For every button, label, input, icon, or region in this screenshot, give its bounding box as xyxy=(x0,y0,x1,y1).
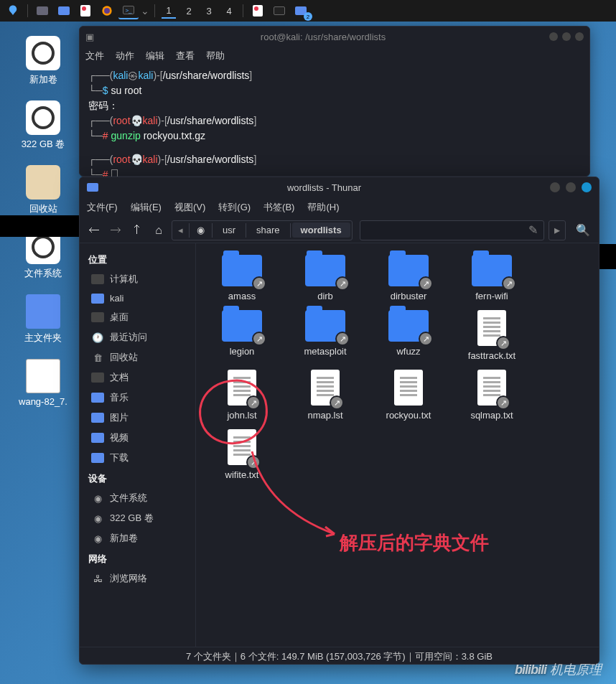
sidebar-item-download[interactable]: 下载 xyxy=(80,448,195,468)
path-bar: ◂ ◉ usr share wordlists xyxy=(172,220,353,240)
thunar-menu-bookmarks[interactable]: 书签(B) xyxy=(263,201,294,214)
taskbar-terminal-icon[interactable]: >_ xyxy=(118,2,139,19)
desktop-icon xyxy=(91,312,104,322)
terminal-max-button[interactable] xyxy=(562,32,571,41)
nav-up-button[interactable]: 🡑 xyxy=(129,222,146,239)
file-label: wfuzz xyxy=(377,346,440,357)
terminal-body[interactable]: ┌──(kali㉿kali)-[/usr/share/wordlists] └─… xyxy=(80,65,589,185)
terminal-menu-edit[interactable]: 编辑 xyxy=(146,50,164,62)
workspace-3[interactable]: 3 xyxy=(202,3,216,19)
workspace-4[interactable]: 4 xyxy=(222,3,236,19)
taskbar-running-terminal[interactable] xyxy=(269,2,289,19)
start-menu-icon[interactable] xyxy=(3,2,23,19)
sidebar-item-video[interactable]: 视频 xyxy=(80,428,195,448)
sidebar-item-music[interactable]: 音乐 xyxy=(80,388,195,408)
pics-icon xyxy=(91,413,104,423)
desktop-icon-home[interactable]: 主文件夹 xyxy=(14,294,72,345)
file-item-wfuzz[interactable]: ↗wfuzz xyxy=(377,310,440,361)
sidebar-item-label: 最近访问 xyxy=(110,331,147,344)
thunar-min-button[interactable] xyxy=(550,182,560,192)
file-item-nmap-lst[interactable]: ↗nmap.lst xyxy=(294,370,357,421)
taskbar-firefox-icon[interactable] xyxy=(97,2,117,19)
taskbar-running-1[interactable] xyxy=(248,2,268,19)
taskbar-app-3[interactable] xyxy=(75,2,95,19)
terminal-min-button[interactable] xyxy=(549,32,558,41)
path-root-icon[interactable]: ◉ xyxy=(191,222,210,238)
path-input[interactable]: ✎ xyxy=(360,220,544,240)
thunar-menu-help[interactable]: 帮助(H) xyxy=(307,201,339,214)
sidebar-item-desktop[interactable]: 桌面 xyxy=(80,307,195,327)
file-item-rockyou-txt[interactable]: rockyou.txt xyxy=(377,370,440,421)
thunar-menu-view[interactable]: 视图(V) xyxy=(174,201,205,214)
path-seg-usr[interactable]: usr xyxy=(214,222,244,238)
home-icon xyxy=(91,294,104,304)
path-back-chevron[interactable]: ◂ xyxy=(174,222,187,238)
sidebar-item-disk[interactable]: ◉新加卷 xyxy=(80,528,195,548)
sidebar-item-home[interactable]: kali xyxy=(80,289,195,307)
file-label: wifite.txt xyxy=(210,469,274,480)
path-seg-share[interactable]: share xyxy=(248,222,289,238)
file-item-wifite-txt[interactable]: ↗wifite.txt xyxy=(210,429,274,480)
textfile-icon: ↗ xyxy=(311,370,340,406)
sidebar-item-pics[interactable]: 图片 xyxy=(80,408,195,428)
symlink-badge-icon: ↗ xyxy=(502,276,516,291)
sidebar-item-computer[interactable]: 计算机 xyxy=(80,269,195,289)
desktop-icon-trash[interactable]: 回收站 xyxy=(14,165,72,215)
path-next-chevron[interactable]: ▸ xyxy=(549,220,566,240)
edit-path-icon[interactable]: ✎ xyxy=(528,223,538,237)
thunar-menu-edit[interactable]: 编辑(E) xyxy=(131,201,162,214)
thunar-sidebar: 位置计算机kali桌面🕐最近访问🗑回收站文档音乐图片视频下载设备◉文件系统◉32… xyxy=(80,243,196,647)
file-item-dirbuster[interactable]: ↗dirbuster xyxy=(377,255,440,301)
taskbar-dropdown-icon[interactable]: ⌄ xyxy=(140,2,150,19)
thunar-close-button[interactable] xyxy=(582,182,592,192)
terminal-menu-action[interactable]: 动作 xyxy=(116,50,134,62)
desktop-icon-filesystem[interactable]: 文件系统 xyxy=(14,230,72,280)
file-item-legion[interactable]: ↗legion xyxy=(210,310,274,361)
desktop-icon-volume-1[interactable]: 新加卷 xyxy=(14,36,72,86)
file-item-fern-wifi[interactable]: ↗fern-wifi xyxy=(460,255,523,301)
sidebar-item-label: 浏览网络 xyxy=(110,572,147,585)
workspace-2[interactable]: 2 xyxy=(182,3,196,19)
search-button[interactable]: 🔍 xyxy=(573,220,593,240)
nav-forward-button[interactable]: 🡒 xyxy=(107,222,124,239)
terminal-icon: ▣ xyxy=(85,32,97,42)
file-item-amass[interactable]: ↗amass xyxy=(210,255,274,301)
sidebar-item-recent[interactable]: 🕐最近访问 xyxy=(80,327,195,347)
sidebar-item-net[interactable]: 🖧浏览网络 xyxy=(80,568,195,589)
sidebar-item-docs[interactable]: 文档 xyxy=(80,367,195,388)
music-icon xyxy=(91,393,104,403)
terminal-menu-view[interactable]: 查看 xyxy=(176,50,195,62)
thunar-menu-file[interactable]: 文件(F) xyxy=(87,201,118,214)
path-seg-wordlists[interactable]: wordlists xyxy=(292,222,350,238)
file-item-dirb[interactable]: ↗dirb xyxy=(294,255,357,301)
taskbar-files-icon[interactable] xyxy=(54,2,74,19)
desktop-icon-volume-2[interactable]: 322 GB 卷 xyxy=(14,100,72,151)
terminal-menu-help[interactable]: 帮助 xyxy=(206,50,225,62)
taskbar: >_ ⌄ 1 2 3 4 2 xyxy=(0,0,616,22)
taskbar-app-1[interactable] xyxy=(32,2,52,19)
symlink-badge-icon: ↗ xyxy=(335,276,350,291)
thunar-titlebar[interactable]: wordlists - Thunar xyxy=(80,177,599,197)
disk-icon: ◉ xyxy=(91,513,104,523)
file-item-sqlmap-txt[interactable]: ↗sqlmap.txt xyxy=(460,370,523,421)
workspace-1[interactable]: 1 xyxy=(162,3,176,19)
nav-back-button[interactable]: 🡐 xyxy=(85,222,103,239)
nav-home-button[interactable]: ⌂ xyxy=(150,222,167,239)
taskbar-running-thunar[interactable]: 2 xyxy=(291,2,311,19)
file-item-john-lst[interactable]: ↗john.lst xyxy=(210,370,274,421)
symlink-badge-icon: ↗ xyxy=(419,276,433,291)
terminal-menu-file[interactable]: 文件 xyxy=(85,50,104,62)
sidebar-item-disk[interactable]: ◉322 GB 卷 xyxy=(80,508,195,528)
thunar-content[interactable]: ↗amass↗dirb↗dirbuster↗fern-wifi↗legion↗m… xyxy=(196,243,599,647)
sidebar-item-label: 音乐 xyxy=(110,391,129,404)
file-item-fasttrack-txt[interactable]: ↗fasttrack.txt xyxy=(460,310,523,361)
terminal-titlebar[interactable]: ▣ root@kali: /usr/share/wordlists xyxy=(80,27,589,47)
sidebar-item-fs[interactable]: ◉文件系统 xyxy=(80,488,195,508)
thunar-max-button[interactable] xyxy=(566,182,576,192)
terminal-close-button[interactable] xyxy=(575,32,584,41)
desktop-icon-file[interactable]: wang-82_7. xyxy=(14,359,72,407)
sidebar-item-trash[interactable]: 🗑回收站 xyxy=(80,347,195,367)
thunar-menu-goto[interactable]: 转到(G) xyxy=(218,201,251,214)
file-item-metasploit[interactable]: ↗metasploit xyxy=(294,310,357,361)
folder-icon xyxy=(87,183,98,192)
